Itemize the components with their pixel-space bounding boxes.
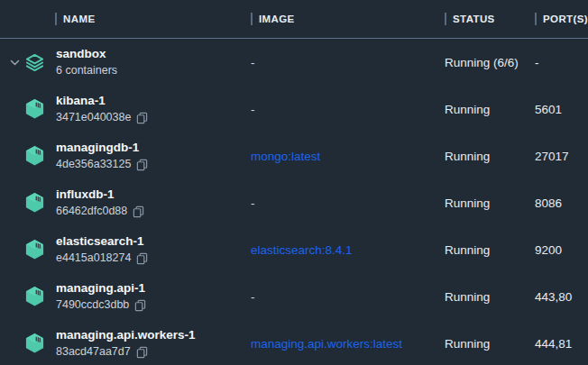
image-name[interactable]: managing.api.workers:latest [251,337,402,351]
name-cell: influxdb-1 66462dfc0d88 [48,179,243,226]
status-text: Running [445,243,490,257]
row-toggle-cell [0,273,48,320]
status-cell: Running (6/6) [437,39,528,86]
image-name[interactable]: mongo:latest [251,150,320,163]
ports-text: 8086 [535,196,562,210]
table-row[interactable]: kibana-1 3471e040038e - Running [0,86,588,132]
ports-text: 5601 [535,103,562,116]
status-text: Running [445,290,490,304]
column-header-status: STATUS [437,0,528,38]
ports-cell: 9200 [528,226,588,273]
name-cell: managing.api-1 7490ccdc3dbb [48,273,243,320]
chevron-down-icon[interactable] [8,59,21,66]
ports-text: 443,80 [535,290,572,304]
container-subtext: 3471e040038e [56,111,148,124]
status-text: Running (6/6) [445,56,519,69]
container-icon [23,98,45,120]
table-row[interactable]: influxdb-1 66462dfc0d88 - Running [0,179,588,226]
ports-text: 27017 [535,150,569,163]
image-cell: - [243,179,437,226]
copy-icon[interactable] [133,205,144,218]
container-id: e4415a018274 [56,251,131,265]
container-icon [23,145,45,167]
image-name: - [251,56,255,69]
container-name: managing.api-1 [56,281,145,296]
container-id: 7490ccdc3dbb [56,298,129,312]
row-toggle-cell [0,179,48,226]
stack-icon [23,52,45,73]
container-subtext: 83acd47aa7d7 [56,345,148,359]
name-cell: sandbox 6 containers [48,39,243,86]
image-name: - [251,290,255,304]
row-toggle-cell [0,86,48,132]
column-header-name: NAME [48,0,243,38]
container-icon [23,239,45,260]
container-name: elasticsearch-1 [56,234,144,249]
container-name: influxdb-1 [56,187,115,202]
image-name: - [251,196,255,210]
container-subtext: 66462dfc0d88 [56,205,144,218]
image-cell: - [243,86,437,132]
image-cell: mongo:latest [243,132,437,179]
container-id: 66462dfc0d88 [56,205,127,218]
copy-icon[interactable] [136,346,148,359]
ports-text: 9200 [535,243,562,257]
table-row[interactable]: managing.api-1 7490ccdc3dbb - Running [0,273,588,320]
ports-text: 444,81 [535,337,572,351]
ports-cell: - [528,39,588,86]
image-cell: - [243,39,437,86]
table-body: sandbox 6 containers - Running (6/6) [0,39,588,365]
container-name: managing.api.workers-1 [56,328,196,342]
status-cell: Running [437,226,528,273]
container-icon [23,333,45,354]
container-name: sandbox [56,47,106,61]
container-subtext: e4415a018274 [56,251,148,265]
ports-cell: 27017 [528,132,588,179]
header-spacer [0,0,48,38]
copy-icon[interactable] [136,112,148,124]
copy-icon[interactable] [136,159,148,171]
container-id: 6 containers [56,64,117,78]
image-name[interactable]: elasticsearch:8.4.1 [251,243,353,257]
container-icon [23,286,45,307]
name-cell: managingdb-1 4de356a33125 [48,132,243,179]
ports-cell: 444,81 [528,320,588,365]
copy-icon[interactable] [134,299,146,312]
container-id: 3471e040038e [56,111,131,124]
table-row[interactable]: sandbox 6 containers - Running (6/6) [0,39,588,86]
column-header-ports: PORT(S) [528,0,588,38]
copy-icon[interactable] [136,252,148,265]
image-cell: - [243,273,437,320]
row-toggle-cell [0,320,48,365]
table-row[interactable]: managingdb-1 4de356a33125 mongo:latest R… [0,132,588,179]
status-cell: Running [437,86,528,132]
container-subtext: 6 containers [56,64,117,78]
ports-cell: 8086 [528,179,588,226]
row-toggle-cell [0,132,48,179]
ports-cell: 5601 [528,86,588,132]
name-cell: elasticsearch-1 e4415a018274 [48,226,243,273]
name-cell: kibana-1 3471e040038e [48,86,243,132]
image-cell: elasticsearch:8.4.1 [243,226,437,273]
container-subtext: 4de356a33125 [56,158,148,171]
status-text: Running [445,196,490,210]
ports-cell: 443,80 [528,273,588,320]
column-header-image: IMAGE [243,0,437,38]
status-text: Running [445,103,490,116]
table-row[interactable]: managing.api.workers-1 83acd47aa7d7 mana… [0,320,588,365]
container-subtext: 7490ccdc3dbb [56,298,146,312]
name-cell: managing.api.workers-1 83acd47aa7d7 [48,320,243,365]
status-cell: Running [437,320,528,365]
container-name: managingdb-1 [56,141,139,155]
image-cell: managing.api.workers:latest [243,320,437,365]
container-icon [23,192,45,214]
image-name: - [251,103,255,116]
container-id: 83acd47aa7d7 [56,345,131,359]
table-row[interactable]: elasticsearch-1 e4415a018274 elasticsear… [0,226,588,273]
status-cell: Running [437,179,528,226]
containers-table: NAME IMAGE STATUS PORT(S) [0,0,588,365]
table-header: NAME IMAGE STATUS PORT(S) [0,0,588,39]
status-cell: Running [437,273,528,320]
status-cell: Running [437,132,528,179]
ports-text: - [535,56,539,69]
